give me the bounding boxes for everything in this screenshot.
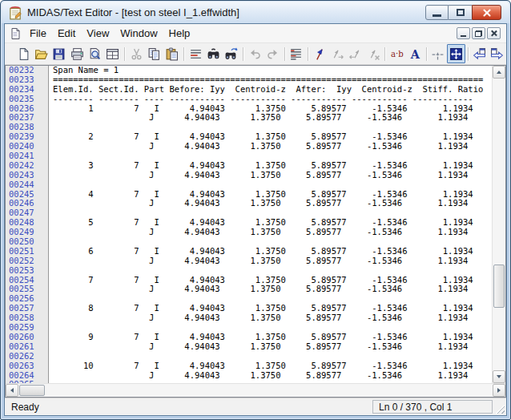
editor-line[interactable]	[53, 180, 492, 190]
cut-button[interactable]	[127, 44, 145, 63]
redo-button[interactable]	[264, 44, 281, 63]
menu-help[interactable]: Help	[163, 26, 196, 41]
menu-edit[interactable]: Edit	[52, 26, 81, 41]
document-icon[interactable]	[9, 27, 22, 40]
paste-icon	[165, 47, 179, 61]
mdi-minimize-button[interactable]	[457, 27, 470, 39]
find-next-button[interactable]	[223, 44, 240, 63]
line-number: 00262	[9, 352, 48, 361]
mdi-restore-icon	[475, 30, 482, 37]
editor: 0023200233002340023500236002370023800239…	[5, 65, 506, 398]
vertical-scrollbar[interactable]	[492, 66, 505, 383]
print-setup-button[interactable]	[104, 44, 122, 63]
mdi-restore-button[interactable]	[472, 27, 485, 39]
mdi-controls	[457, 27, 502, 39]
bookmark-list-button[interactable]	[288, 44, 305, 63]
maximize-icon	[457, 9, 465, 16]
toolbar-separator	[468, 47, 469, 61]
copy-button[interactable]	[145, 44, 163, 63]
fit-window-icon	[449, 47, 463, 61]
scroll-left-button[interactable]	[6, 384, 18, 397]
prev-bookmark-button[interactable]	[347, 44, 364, 63]
editor-line[interactable]: 3 7 I 4.94043 1.3750 5.89577 -1.5346 1.1…	[53, 161, 492, 171]
next-bookmark-button[interactable]	[328, 44, 346, 63]
maximize-button[interactable]	[449, 5, 472, 20]
resize-grip[interactable]	[495, 404, 505, 414]
toggle-bookmark-button[interactable]	[311, 44, 328, 63]
editor-line[interactable]: J 4.94043 1.3750 5.89577 -1.5346 1.1934	[53, 285, 492, 294]
line-number-gutter: 0023200233002340023500236002370023800239…	[6, 66, 49, 383]
close-button[interactable]	[472, 5, 501, 20]
line-number: 00233	[9, 75, 48, 85]
find-button[interactable]	[204, 44, 222, 63]
line-number: 00242	[9, 161, 48, 171]
crosshair-button[interactable]	[429, 44, 447, 63]
horizontal-scroll-thumb[interactable]	[19, 385, 45, 396]
mdi-close-button[interactable]	[487, 27, 501, 39]
vertical-scroll-track[interactable]	[493, 79, 505, 370]
editor-line[interactable]: J 4.94043 1.3750 5.89577 -1.5346 1.1934	[53, 228, 492, 237]
text-area[interactable]: Span Name = 1===========================…	[49, 66, 492, 383]
arrow-right-icon	[497, 388, 501, 393]
editor-line[interactable]: Elem.Id. Sect.Id. Part Before: Iyy Centr…	[53, 85, 492, 95]
editor-line[interactable]: ========================================…	[53, 75, 492, 85]
open-file-icon	[34, 47, 48, 61]
print-preview-button[interactable]	[86, 44, 103, 63]
svg-text:a·b: a·b	[391, 50, 404, 59]
horizontal-scroll-track[interactable]	[18, 384, 493, 397]
clear-bookmarks-button[interactable]	[364, 44, 382, 63]
editor-line[interactable]: J 4.94043 1.3750 5.89577 -1.5346 1.1934	[53, 142, 492, 151]
save-button[interactable]	[50, 44, 68, 63]
editor-line[interactable]: -------- -------- ---- ----------- -----…	[53, 95, 492, 104]
menu-file[interactable]: File	[24, 26, 52, 41]
menu-window[interactable]: Window	[115, 26, 163, 41]
line-number: 00235	[9, 95, 48, 104]
ab-text-button[interactable]: a·b	[388, 44, 405, 63]
toolbar: a·bA	[5, 43, 506, 65]
scroll-down-button[interactable]	[493, 370, 505, 383]
editor-line[interactable]: J 4.94043 1.3750 5.89577 -1.5346 1.1934	[53, 113, 492, 123]
mdi-minimize-icon	[461, 35, 466, 37]
editor-line[interactable]	[53, 352, 492, 361]
arrow-down-icon	[497, 375, 501, 378]
editor-line[interactable]: J 4.94043 1.3750 5.89577 -1.5346 1.1934	[53, 199, 492, 208]
menu-view[interactable]: View	[81, 26, 115, 41]
line-number: 00261	[9, 342, 48, 352]
paste-button[interactable]	[163, 44, 181, 63]
prev-bookmark-icon	[348, 47, 362, 61]
goto-line-button[interactable]	[187, 44, 204, 63]
minimize-button[interactable]	[425, 5, 449, 20]
scroll-up-button[interactable]	[493, 66, 505, 79]
font-button[interactable]: A	[406, 44, 424, 63]
editor-line[interactable]: J 4.94043 1.3750 5.89577 -1.5346 1.1934	[53, 342, 492, 352]
editor-line[interactable]: J 4.94043 1.3750 5.89577 -1.5346 1.1934	[53, 256, 492, 266]
print-preview-icon	[88, 47, 102, 61]
horizontal-scrollbar[interactable]	[6, 383, 505, 397]
next-window-button[interactable]	[489, 44, 506, 63]
vertical-scroll-thumb[interactable]	[493, 265, 505, 308]
line-number: 00234	[9, 85, 48, 95]
cut-icon	[130, 47, 143, 61]
save-icon	[52, 47, 66, 61]
line-number: 00244	[9, 180, 48, 190]
status-message: Ready	[11, 402, 39, 413]
toolbar-separator	[426, 47, 427, 61]
editor-line[interactable]: J 4.94043 1.3750 5.89577 -1.5346 1.1934	[53, 371, 492, 381]
editor-line[interactable]: J 4.94043 1.3750 5.89577 -1.5346 1.1934	[53, 171, 492, 180]
editor-line[interactable]: 10 7 I 4.94043 1.3750 5.89577 -1.5346 1.…	[53, 361, 492, 371]
minimize-icon	[433, 14, 441, 17]
status-bar: Ready Ln 0 / 370 , Col 1	[5, 398, 506, 415]
fit-window-button[interactable]	[447, 44, 465, 63]
app-window: MIDAS/Text Editor - [test on steel I_1.e…	[0, 0, 511, 420]
print-button[interactable]	[68, 44, 86, 63]
editor-line[interactable]: J 4.94043 1.3750 5.89577 -1.5346 1.1934	[53, 313, 492, 323]
prev-window-button[interactable]	[470, 44, 488, 63]
scroll-right-button[interactable]	[493, 384, 505, 397]
undo-button[interactable]	[246, 44, 264, 63]
arrow-up-icon	[497, 71, 501, 74]
mdi-close-icon	[490, 30, 497, 37]
line-number: 00253	[9, 266, 48, 276]
new-file-button[interactable]	[14, 44, 32, 63]
editor-line[interactable]	[53, 266, 492, 276]
open-file-button[interactable]	[32, 44, 50, 63]
